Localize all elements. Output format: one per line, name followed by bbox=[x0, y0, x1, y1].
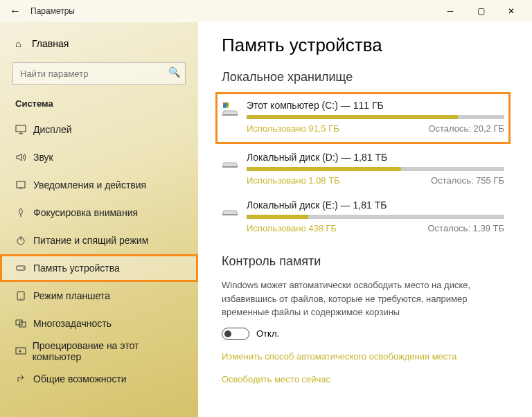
drive-item[interactable]: Этот компьютер (C:) — 111 ГБИспользовано… bbox=[218, 94, 508, 142]
drive-icon bbox=[222, 100, 247, 134]
used-label: Использовано 438 ГБ bbox=[247, 223, 337, 233]
storage-sense-toggle[interactable]: Откл. bbox=[222, 328, 508, 340]
notify-icon bbox=[15, 179, 33, 190]
search-input[interactable] bbox=[12, 62, 186, 85]
svg-rect-18 bbox=[222, 114, 238, 116]
used-label: Использовано 1,08 ТБ bbox=[247, 175, 340, 186]
drive-title: Локальный диск (E:) — 1,81 ТБ bbox=[247, 199, 504, 211]
nav-label: Уведомления и действия bbox=[33, 179, 146, 190]
remaining-label: Осталось: 1,39 ТБ bbox=[428, 223, 505, 233]
nav-item-storage[interactable]: Память устройства bbox=[0, 254, 198, 282]
nav-label: Питание и спящий режим bbox=[33, 235, 148, 246]
sidebar: ⌂ Главная 🔍 Система ДисплейЗвукУведомлен… bbox=[0, 22, 198, 417]
content-pane: Память устройства Локальное хранилище Эт… bbox=[198, 22, 532, 417]
project-icon bbox=[15, 346, 33, 357]
shared-icon bbox=[15, 373, 33, 384]
drive-title: Этот компьютер (C:) — 111 ГБ bbox=[247, 100, 504, 111]
svg-rect-16 bbox=[223, 106, 226, 109]
usage-bar bbox=[247, 215, 504, 219]
nav-label: Дисплей bbox=[33, 124, 72, 135]
search-box: 🔍 bbox=[12, 62, 186, 85]
nav-list: ДисплейЗвукУведомления и действияФокусир… bbox=[0, 116, 198, 417]
nav-label: Многозадачность bbox=[33, 318, 112, 329]
nav-item-sound[interactable]: Звук bbox=[0, 143, 198, 171]
svg-point-7 bbox=[23, 267, 24, 269]
sound-icon bbox=[15, 152, 33, 163]
svg-rect-3 bbox=[17, 181, 25, 188]
nav-item-notify[interactable]: Уведомления и действия bbox=[0, 171, 198, 199]
nav-item-project[interactable]: Проецирование на этот компьютер bbox=[0, 337, 198, 365]
home-label: Главная bbox=[32, 38, 69, 49]
drive-icon bbox=[222, 152, 247, 186]
nav-item-tablet[interactable]: Режим планшета bbox=[0, 282, 198, 310]
nav-label: Фокусировка внимания bbox=[33, 207, 138, 218]
tablet-icon bbox=[15, 290, 33, 301]
usage-bar bbox=[247, 115, 504, 119]
home-nav[interactable]: ⌂ Главная bbox=[0, 30, 198, 57]
usage-bar bbox=[247, 167, 504, 171]
focus-icon bbox=[15, 207, 33, 218]
drive-title: Локальный диск (D:) — 1,81 ТБ bbox=[247, 152, 504, 163]
storage-sense-heading: Контроль памяти bbox=[222, 254, 508, 269]
toggle-label: Откл. bbox=[256, 328, 279, 339]
local-storage-heading: Локальное хранилище bbox=[222, 70, 508, 85]
free-up-now-link[interactable]: Освободить место сейчас bbox=[222, 374, 508, 384]
settings-window: ← Параметры ─ ▢ ✕ ⌂ Главная 🔍 Система Ди… bbox=[0, 0, 532, 417]
nav-item-display[interactable]: Дисплей bbox=[0, 116, 198, 143]
nav-item-multitask[interactable]: Многозадачность bbox=[0, 310, 198, 337]
titlebar: ← Параметры ─ ▢ ✕ bbox=[0, 0, 532, 22]
nav-label: Общие возможности bbox=[33, 373, 127, 384]
maximize-button[interactable]: ▢ bbox=[466, 0, 496, 22]
home-icon: ⌂ bbox=[15, 38, 32, 49]
remaining-label: Осталось: 20,2 ГБ bbox=[428, 123, 504, 134]
svg-rect-20 bbox=[222, 214, 238, 215]
display-icon bbox=[15, 124, 33, 135]
svg-rect-15 bbox=[227, 103, 229, 105]
nav-label: Режим планшета bbox=[33, 290, 110, 301]
window-title: Параметры bbox=[30, 6, 75, 16]
nav-label: Проецирование на этот компьютер bbox=[33, 340, 183, 362]
power-icon bbox=[15, 235, 33, 246]
back-button[interactable]: ← bbox=[6, 5, 25, 17]
svg-rect-14 bbox=[223, 103, 226, 105]
toggle-track[interactable] bbox=[222, 328, 249, 340]
drive-icon bbox=[222, 199, 247, 233]
storage-icon bbox=[15, 263, 33, 274]
minimize-button[interactable]: ─ bbox=[435, 0, 466, 22]
close-button[interactable]: ✕ bbox=[496, 0, 526, 22]
nav-item-shared[interactable]: Общие возможности bbox=[0, 365, 198, 393]
nav-item-focus[interactable]: Фокусировка внимания bbox=[0, 199, 198, 227]
nav-item-power[interactable]: Питание и спящий режим bbox=[0, 227, 198, 254]
search-icon: 🔍 bbox=[168, 66, 180, 78]
change-free-up-link[interactable]: Изменить способ автоматического освобожд… bbox=[222, 351, 508, 362]
used-label: Использовано 91,5 ГБ bbox=[247, 123, 339, 134]
svg-point-9 bbox=[20, 298, 21, 299]
multitask-icon bbox=[15, 318, 33, 329]
nav-label: Звук bbox=[33, 152, 53, 163]
svg-rect-0 bbox=[16, 125, 26, 132]
page-heading: Память устройства bbox=[222, 35, 508, 56]
remaining-label: Осталось: 755 ГБ bbox=[431, 175, 504, 186]
section-title: Система bbox=[0, 94, 198, 116]
nav-label: Память устройства bbox=[33, 263, 120, 274]
drive-item[interactable]: Локальный диск (E:) — 1,81 ТБИспользован… bbox=[222, 194, 508, 242]
svg-rect-19 bbox=[222, 166, 238, 168]
svg-rect-17 bbox=[227, 106, 229, 109]
drive-item[interactable]: Локальный диск (D:) — 1,81 ТБИспользован… bbox=[222, 146, 508, 194]
storage-sense-desc: Windows может автоматически освободить м… bbox=[222, 278, 508, 319]
